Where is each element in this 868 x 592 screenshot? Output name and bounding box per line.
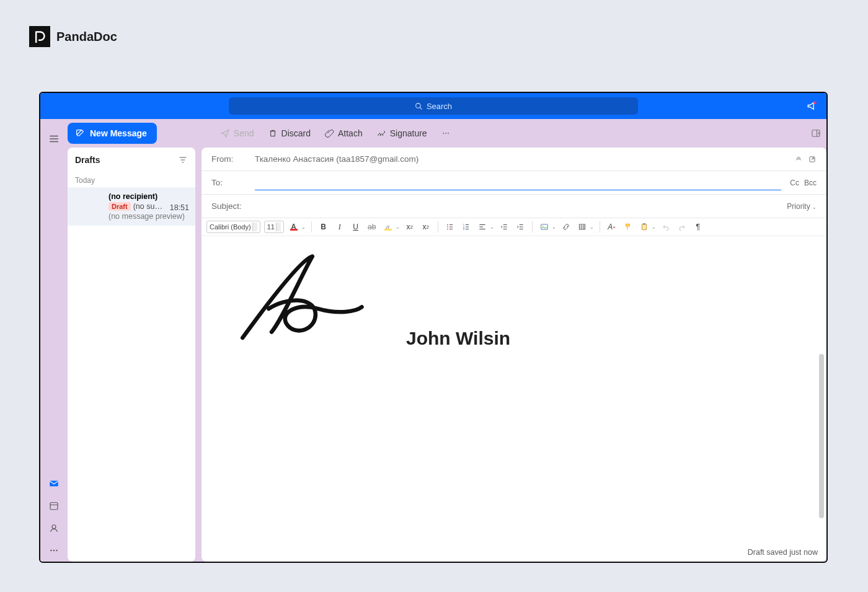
- superscript-button[interactable]: x2: [404, 221, 416, 233]
- clear-formatting-button[interactable]: A×: [606, 221, 618, 233]
- chevron-down-icon[interactable]: ⌄: [301, 224, 306, 230]
- svg-point-7: [50, 550, 51, 551]
- chevron-down-icon[interactable]: ⌄: [652, 224, 656, 230]
- svg-line-1: [420, 107, 422, 109]
- show-formatting-button[interactable]: ¶: [692, 221, 704, 233]
- brand-logo: [29, 26, 50, 47]
- folder-title: Drafts: [75, 155, 100, 165]
- draft-recipient: (no recipient): [108, 192, 188, 201]
- format-ribbon: Calibri (Body) 11 A ⌄: [202, 218, 826, 236]
- font-name-select[interactable]: Calibri (Body): [206, 221, 260, 233]
- svg-point-10: [443, 133, 444, 134]
- svg-point-2: [813, 102, 817, 105]
- overflow-button[interactable]: [438, 126, 453, 141]
- font-size-value: 11: [267, 223, 275, 231]
- brand-name: PandaDoc: [56, 30, 117, 44]
- font-color-button[interactable]: A: [288, 221, 300, 233]
- font-name-value: Calibri (Body): [210, 223, 251, 231]
- left-nav: [40, 119, 68, 562]
- editor-body[interactable]: John Wilsin: [202, 236, 826, 562]
- more-icon[interactable]: [47, 544, 61, 557]
- svg-point-11: [445, 133, 446, 134]
- send-button: Send: [218, 126, 257, 141]
- redo-button[interactable]: [676, 221, 688, 233]
- contacts-icon[interactable]: [47, 521, 61, 535]
- unordered-list-button[interactable]: [444, 221, 456, 233]
- compose-pane: From: Ткаленко Анастасия (taa1857@gmail.…: [202, 148, 826, 562]
- strikethrough-button[interactable]: ab: [366, 221, 378, 233]
- subscript-button[interactable]: x2: [420, 221, 432, 233]
- subject-row[interactable]: Subject: Priority ⌄: [202, 195, 826, 218]
- priority-dropdown[interactable]: Priority ⌄: [787, 202, 817, 211]
- insert-image-button[interactable]: [538, 221, 551, 233]
- chevron-down-icon[interactable]: ⌄: [490, 224, 494, 230]
- stepper-icon[interactable]: [252, 223, 257, 231]
- mail-icon[interactable]: [47, 477, 61, 490]
- priority-label: Priority: [787, 202, 810, 211]
- panes: Drafts Today (no recipient) Draft (no su…: [68, 148, 826, 562]
- status-text: Draft saved just now: [748, 548, 818, 557]
- insert-table-button[interactable]: [576, 221, 588, 233]
- discard-button[interactable]: Discard: [265, 126, 313, 141]
- from-label: From:: [211, 154, 246, 164]
- cc-toggle[interactable]: Cc: [790, 179, 799, 187]
- svg-point-8: [53, 550, 55, 551]
- attach-button[interactable]: Attach: [322, 126, 365, 141]
- draft-item[interactable]: (no recipient) Draft (no subj… 18:51 (no…: [68, 187, 195, 226]
- toolbar: New Message Send Discard Attach Sig: [68, 119, 826, 148]
- attach-label: Attach: [338, 128, 363, 138]
- ordered-list-button[interactable]: 123: [460, 221, 472, 233]
- signature-label: Signature: [390, 128, 427, 138]
- search-bar[interactable]: Search: [229, 97, 638, 115]
- send-label: Send: [234, 128, 254, 138]
- italic-button[interactable]: I: [334, 221, 346, 233]
- insert-link-button[interactable]: [560, 221, 572, 233]
- svg-point-12: [448, 133, 449, 134]
- highlight-button[interactable]: [382, 221, 394, 233]
- outdent-button[interactable]: [498, 221, 510, 233]
- svg-rect-25: [642, 224, 646, 229]
- group-label: Today: [68, 172, 195, 187]
- from-row: From: Ткаленко Анастасия (taa1857@gmail.…: [202, 148, 826, 171]
- bold-button[interactable]: B: [317, 221, 330, 233]
- megaphone-icon[interactable]: [807, 100, 818, 112]
- bcc-toggle[interactable]: Bcc: [804, 179, 817, 187]
- subject-label: Subject:: [211, 201, 246, 211]
- format-painter-button[interactable]: [622, 221, 634, 233]
- to-row[interactable]: To: Cc Bcc: [202, 171, 826, 195]
- indent-button[interactable]: [514, 221, 526, 233]
- app-window: Search: [39, 92, 828, 563]
- main: New Message Send Discard Attach Sig: [40, 119, 826, 562]
- svg-point-16: [447, 224, 448, 226]
- filter-icon[interactable]: [178, 155, 188, 165]
- svg-rect-24: [579, 224, 585, 229]
- undo-button[interactable]: [660, 221, 672, 233]
- chevron-down-icon[interactable]: ⌄: [590, 224, 594, 230]
- paste-button[interactable]: [638, 221, 650, 233]
- new-message-button[interactable]: New Message: [68, 123, 157, 144]
- signature-icon: [376, 128, 386, 138]
- font-size-select[interactable]: 11: [264, 221, 284, 233]
- trash-icon: [268, 128, 278, 138]
- content: New Message Send Discard Attach Sig: [68, 119, 826, 562]
- from-value[interactable]: Ткаленко Анастасия (taa1857@gmail.com): [255, 154, 418, 164]
- panel-toggle-icon[interactable]: [810, 128, 822, 139]
- svg-point-9: [56, 550, 57, 551]
- brand: PandaDoc: [29, 26, 117, 47]
- chevron-down-icon[interactable]: ⌄: [396, 224, 400, 230]
- collapse-icon[interactable]: [794, 155, 803, 164]
- signature-button[interactable]: Signature: [374, 126, 430, 141]
- to-input[interactable]: [255, 190, 781, 191]
- calendar-icon[interactable]: [47, 499, 61, 513]
- stepper-icon[interactable]: [276, 223, 281, 231]
- scrollbar[interactable]: [819, 354, 824, 518]
- align-button[interactable]: [476, 221, 489, 233]
- svg-rect-3: [50, 481, 58, 487]
- folder-header: Drafts: [68, 148, 195, 172]
- hamburger-icon[interactable]: [47, 132, 61, 146]
- svg-rect-4: [50, 503, 58, 510]
- chevron-down-icon[interactable]: ⌄: [552, 224, 556, 230]
- svg-point-17: [447, 226, 448, 228]
- popout-icon[interactable]: [808, 155, 817, 164]
- underline-button[interactable]: U: [350, 221, 362, 233]
